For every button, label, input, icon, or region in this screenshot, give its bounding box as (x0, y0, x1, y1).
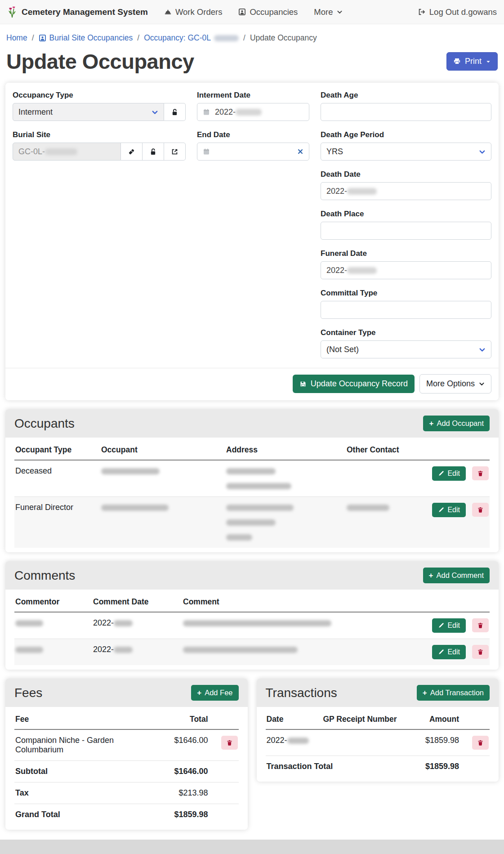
nav-item-label: Occupancies (250, 7, 298, 17)
delete-fee-button[interactable] (221, 736, 238, 750)
breadcrumb-separator: / (243, 33, 245, 43)
occupancy-type-select[interactable]: Interment (13, 103, 164, 121)
fees-grand-total-row: Grand Total $1859.98 (14, 804, 239, 826)
nav-item-label: Work Orders (175, 7, 223, 17)
update-occupancy-record-button[interactable]: Update Occupancy Record (293, 375, 415, 393)
committal-type-input[interactable] (321, 301, 491, 319)
logout-link[interactable]: Log Out d.gowans (418, 7, 497, 17)
end-date-input[interactable] (197, 143, 309, 161)
breadcrumb: Home / Burial Site Occupancies / Occupan… (0, 24, 504, 45)
plus-icon: + (197, 689, 201, 697)
form-actions: Update Occupancy Record More Options (5, 368, 499, 400)
redacted-text (226, 519, 276, 526)
transaction-total-row: Transaction Total $1859.98 (266, 756, 490, 778)
more-options-button[interactable]: More Options (419, 374, 491, 393)
nav-item-label: More (314, 7, 333, 17)
hard-hat-icon (164, 8, 172, 16)
add-comment-button[interactable]: + Add Comment (423, 568, 490, 583)
burial-site-open-link-button[interactable] (164, 143, 186, 161)
comment-row: 2022- Edit (14, 612, 490, 639)
section-title: Transactions (266, 686, 337, 700)
brand[interactable]: Cemetery Management System (7, 5, 148, 19)
field-end-date: End Date (197, 130, 309, 161)
edit-comment-button[interactable]: Edit (432, 618, 466, 633)
form-col-3: Death Age Death Age Period YRS Death Dat… (321, 91, 491, 368)
section-title: Occupants (14, 416, 75, 431)
burial-site-unlock-button[interactable] (143, 143, 164, 161)
burial-site-clear-button[interactable] (121, 143, 143, 161)
death-age-period-select[interactable]: YRS (321, 143, 491, 161)
tulip-logo-icon (7, 5, 17, 19)
occupant-name-cell (97, 497, 222, 548)
delete-occupant-button[interactable] (472, 503, 489, 517)
subtotal-value: $1646.00 (159, 761, 213, 782)
occupant-type-cell: Deceased (14, 460, 97, 497)
add-transaction-button[interactable]: + Add Transaction (417, 685, 490, 701)
death-age-input[interactable] (321, 103, 491, 121)
edit-occupant-button[interactable]: Edit (432, 466, 466, 481)
occupant-contact-cell (342, 460, 419, 497)
form-col-2: Interment Date 2022- End Date (197, 91, 309, 368)
nav-item-more[interactable]: More (314, 7, 342, 17)
breadcrumb-home[interactable]: Home (6, 33, 27, 43)
column-header: Total (159, 708, 213, 729)
breadcrumb-occupancy[interactable]: Occupancy: GC-0L (144, 33, 239, 43)
comments-header: Comments + Add Comment (5, 561, 499, 590)
chevron-down-icon (337, 9, 343, 15)
column-header: Date (266, 708, 319, 729)
top-navbar: Cemetery Management System Work Orders (0, 0, 504, 24)
pencil-icon (438, 507, 444, 513)
death-date-input[interactable]: 2022- (321, 182, 491, 200)
delete-occupant-button[interactable] (472, 466, 489, 480)
trash-icon (477, 739, 484, 746)
breadcrumb-separator: / (137, 33, 139, 43)
occupant-address-cell (222, 460, 342, 497)
print-button[interactable]: Print (446, 52, 498, 71)
occupant-name-cell (97, 460, 222, 497)
save-icon (299, 380, 307, 388)
column-header-actions (419, 438, 490, 460)
container-type-select[interactable]: (Not Set) (321, 340, 491, 358)
fees-card: Fees + Add Fee Fee Total Companion (5, 679, 248, 830)
field-container-type: Container Type (Not Set) (321, 328, 491, 358)
funeral-date-input[interactable]: 2022- (321, 261, 491, 279)
nav-item-work-orders[interactable]: Work Orders (164, 7, 223, 17)
chevron-down-icon (152, 109, 158, 116)
transactions-header: Transactions + Add Transaction (257, 679, 499, 707)
trash-icon (477, 470, 484, 477)
pencil-icon (438, 470, 444, 477)
row-actions (213, 729, 239, 761)
edit-occupant-button[interactable]: Edit (432, 503, 466, 517)
comments-table: Commentor Comment Date Comment 2022- Edi… (14, 590, 490, 665)
field-death-age: Death Age (321, 91, 491, 121)
delete-transaction-button[interactable] (472, 736, 489, 750)
redacted-text (101, 468, 160, 474)
trash-icon (226, 739, 233, 746)
trash-icon (477, 648, 484, 655)
printer-icon (453, 58, 461, 65)
delete-comment-button[interactable] (472, 645, 489, 659)
redacted-text (347, 505, 389, 511)
edit-comment-button[interactable]: Edit (432, 645, 466, 659)
redacted-text (15, 647, 43, 653)
transactions-table-wrap: Date GP Receipt Number Amount 2022- $185… (257, 707, 499, 782)
death-place-input[interactable] (321, 222, 491, 240)
chevron-down-icon (479, 381, 485, 387)
occupancy-type-unlock-button[interactable] (164, 103, 186, 121)
chevron-down-icon (479, 148, 486, 155)
burial-site-input[interactable]: GC-0L- (13, 143, 121, 161)
occupants-table-wrap: Occupant Type Occupant Address Other Con… (5, 438, 499, 552)
add-occupant-button[interactable]: + Add Occupant (423, 416, 490, 431)
nav-item-occupancies[interactable]: Occupancies (238, 7, 298, 17)
delete-comment-button[interactable] (472, 618, 489, 632)
tax-value: $213.98 (159, 782, 213, 804)
chevron-down-icon (486, 59, 491, 64)
clear-date-button[interactable] (297, 148, 303, 155)
comment-cell (178, 612, 415, 639)
interment-date-input[interactable]: 2022- (197, 103, 309, 121)
breadcrumb-separator: / (32, 33, 34, 43)
add-fee-button[interactable]: + Add Fee (191, 685, 238, 701)
unlock-icon (171, 108, 178, 116)
redacted-text (101, 505, 169, 511)
breadcrumb-burial-site-occupancies[interactable]: Burial Site Occupancies (39, 33, 133, 43)
